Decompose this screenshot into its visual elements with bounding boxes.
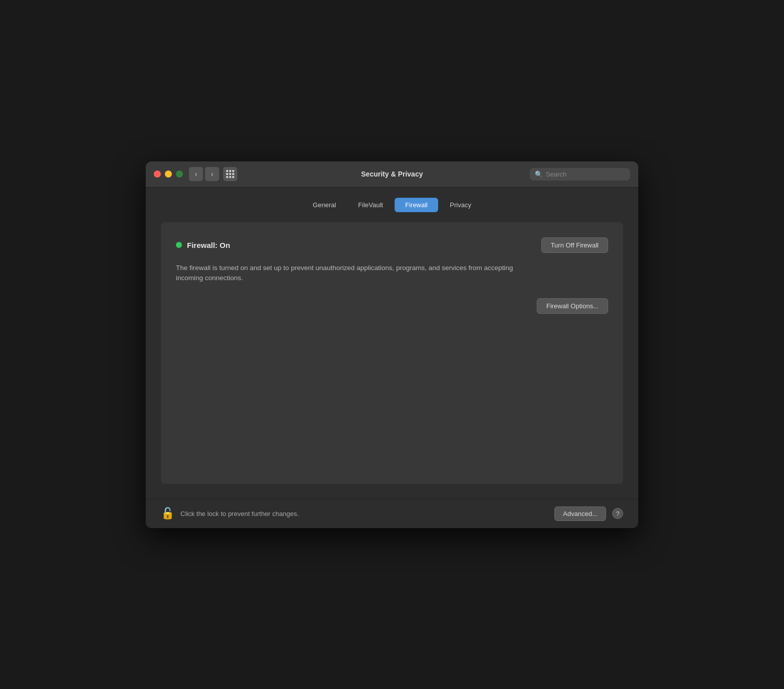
tab-general[interactable]: General xyxy=(302,198,346,212)
status-indicator xyxy=(176,242,182,248)
advanced-button[interactable]: Advanced... xyxy=(554,506,606,521)
search-bar[interactable]: 🔍 xyxy=(530,168,630,181)
main-window: ‹ › Security & Privacy 🔍 General FileVau… xyxy=(146,161,638,528)
turn-off-firewall-button[interactable]: Turn Off Firewall xyxy=(541,237,608,253)
firewall-status: Firewall: On xyxy=(176,241,230,249)
titlebar: ‹ › Security & Privacy 🔍 xyxy=(146,161,638,188)
search-input[interactable] xyxy=(546,170,625,178)
lock-text: Click the lock to prevent further change… xyxy=(180,510,548,518)
help-button[interactable]: ? xyxy=(612,508,623,519)
tab-privacy[interactable]: Privacy xyxy=(439,198,482,212)
grid-view-button[interactable] xyxy=(223,167,237,181)
maximize-button[interactable] xyxy=(176,170,183,178)
search-icon: 🔍 xyxy=(535,170,543,178)
firewall-options-button[interactable]: Firewall Options... xyxy=(537,298,608,314)
tab-firewall[interactable]: Firewall xyxy=(395,198,438,212)
firewall-status-label: Firewall: On xyxy=(187,241,230,249)
firewall-header: Firewall: On Turn Off Firewall xyxy=(176,237,608,253)
forward-button[interactable]: › xyxy=(205,167,219,181)
firewall-description: The firewall is turned on and set up to … xyxy=(176,263,518,284)
lock-icon[interactable]: 🔓 xyxy=(161,507,174,520)
content-area: General FileVault Firewall Privacy Firew… xyxy=(146,188,638,499)
minimize-button[interactable] xyxy=(165,170,172,178)
tab-filevault[interactable]: FileVault xyxy=(348,198,394,212)
nav-buttons: ‹ › xyxy=(189,167,237,181)
close-button[interactable] xyxy=(154,170,161,178)
traffic-lights xyxy=(154,170,183,178)
grid-icon xyxy=(226,170,234,178)
window-title: Security & Privacy xyxy=(361,170,423,178)
firewall-options-row: Firewall Options... xyxy=(176,298,608,314)
bottom-bar: 🔓 Click the lock to prevent further chan… xyxy=(146,499,638,528)
back-button[interactable]: ‹ xyxy=(189,167,203,181)
firewall-panel: Firewall: On Turn Off Firewall The firew… xyxy=(161,222,623,484)
tabs-bar: General FileVault Firewall Privacy xyxy=(161,198,623,212)
